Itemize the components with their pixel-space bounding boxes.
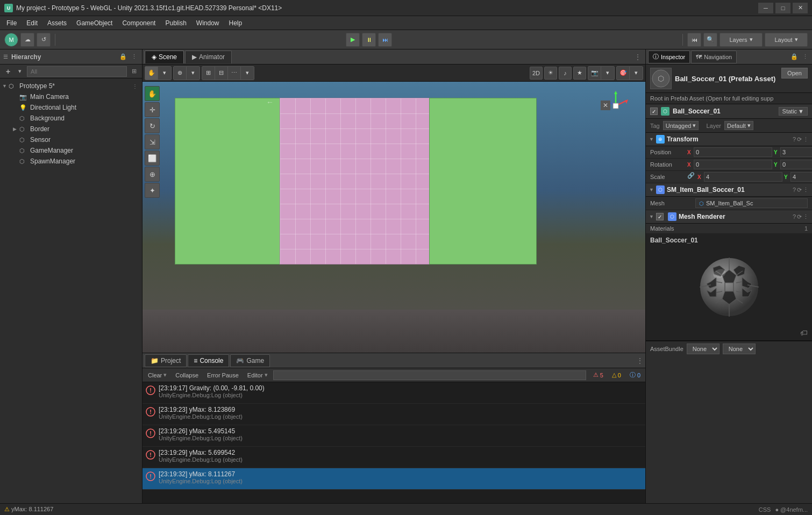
hierarchy-item-prototype5[interactable]: ▼ ⬡ Prototype 5* ⋮ <box>0 81 142 91</box>
renderer-reset-button[interactable]: ⟳ <box>797 213 802 220</box>
minimize-button[interactable]: ─ <box>758 3 773 13</box>
clear-dropdown-icon[interactable]: ▾ <box>163 371 167 378</box>
renderer-help-button[interactable]: ? <box>793 213 796 220</box>
tab-navigation[interactable]: 🗺 Navigation <box>691 51 737 63</box>
viewport-tool-scale[interactable]: ⇲ <box>145 134 160 149</box>
scene-tab-menu[interactable]: ⋮ <box>632 53 643 61</box>
log-entry-1[interactable]: ! [23:19:23] yMax: 8.123869 UnityEngine.… <box>143 404 645 425</box>
position-y-input[interactable] <box>780 147 812 157</box>
tool-move-dropdown[interactable]: ▾ <box>241 67 254 80</box>
inspector-lock-button[interactable]: 🔒 <box>789 52 799 62</box>
menu-assets[interactable]: Assets <box>43 18 71 28</box>
tool-gizmo-dropdown[interactable]: ▾ <box>630 67 643 80</box>
prototype5-menu[interactable]: ⋮ <box>130 83 140 89</box>
tab-project[interactable]: 📁 Project <box>145 354 187 367</box>
hierarchy-item-sensor[interactable]: ▶ ⬡ Sensor <box>0 134 142 145</box>
hierarchy-item-maincamera[interactable]: ▶ 📷 Main Camera <box>0 91 142 102</box>
pause-button[interactable]: ⏸ <box>362 33 376 47</box>
scene-viewport[interactable]: ✋ ✛ ↻ ⇲ ⬜ ⊕ ✦ <box>143 82 645 353</box>
scale-y-input[interactable] <box>790 172 812 182</box>
tab-inspector[interactable]: ⓘ Inspector <box>648 51 690 63</box>
play-button[interactable]: ▶ <box>346 33 360 47</box>
log-entry-2[interactable]: ! [23:19:26] yMax: 5.495145 UnityEngine.… <box>143 425 645 447</box>
hierarchy-item-gamemanager[interactable]: ▶ ⬡ GameManager <box>0 145 142 156</box>
step-button[interactable]: ⏭ <box>378 33 392 47</box>
menu-publish[interactable]: Publish <box>161 18 190 28</box>
console-search-input[interactable] <box>273 370 586 380</box>
bottom-tab-menu[interactable]: ⋮ <box>637 357 643 364</box>
tool-light[interactable]: ☀ <box>544 67 557 80</box>
tool-camera-dropdown[interactable]: ▾ <box>601 67 614 80</box>
tool-move-settings[interactable]: ⋯ <box>228 67 241 80</box>
tool-2d[interactable]: 2D <box>530 67 543 80</box>
cloud-button[interactable]: ☁ <box>20 33 34 47</box>
tag-dropdown[interactable]: Untagged ▾ <box>663 121 699 130</box>
tool-audio[interactable]: ♪ <box>559 67 572 80</box>
viewport-close-button[interactable]: ✕ <box>601 101 610 110</box>
mesh-section-header[interactable]: ▼ ⬡ SM_Item_Ball_Soccer_01 ? ⟳ ⋮ <box>646 183 812 197</box>
mesh-field-value[interactable]: ⬡ SM_Item_Ball_Sc <box>695 198 808 208</box>
renderer-section-header[interactable]: ▼ ✓ ⬡ Mesh Renderer ? ⟳ ⋮ <box>646 210 812 224</box>
tab-animator[interactable]: ▶ Animator <box>185 51 232 63</box>
maximize-button[interactable]: □ <box>775 3 790 13</box>
renderer-menu-button[interactable]: ⋮ <box>803 213 809 220</box>
tool-gizmo[interactable]: 🎯 <box>617 67 630 80</box>
tool-camera[interactable]: 📷 <box>588 67 601 80</box>
viewport-tool-custom[interactable]: ✦ <box>145 183 160 198</box>
tag-icon[interactable]: 🏷 <box>800 328 808 337</box>
tool-pivot-dropdown[interactable]: ▾ <box>187 67 200 80</box>
menu-gameobject[interactable]: GameObject <box>72 18 117 28</box>
menu-component[interactable]: Component <box>118 18 160 28</box>
log-entry-0[interactable]: ! [23:19:17] Gravity: (0.00, -9.81, 0.00… <box>143 382 645 404</box>
hierarchy-search-input[interactable] <box>27 66 127 77</box>
tab-scene[interactable]: ◈ Scene <box>145 51 184 63</box>
hierarchy-item-border[interactable]: ▶ ⬡ Border <box>0 124 142 134</box>
tab-console[interactable]: ≡ Console <box>188 354 229 367</box>
menu-window[interactable]: Window <box>192 18 224 28</box>
hierarchy-item-spawnmanager[interactable]: ▶ ⬡ SpawnManager <box>0 156 142 167</box>
collab-button[interactable]: ↺ <box>37 33 51 47</box>
transform-help-button[interactable]: ? <box>793 136 796 143</box>
menu-file[interactable]: File <box>2 18 21 28</box>
inspector-open-button[interactable]: Open <box>781 68 808 78</box>
console-editor-button[interactable]: Editor ▾ <box>244 370 271 381</box>
transform-section-header[interactable]: ▼ ⊕ Transform ? ⟳ ⋮ <box>646 133 812 146</box>
assetbundle-variant-select[interactable]: None <box>723 344 756 354</box>
viewport-tool-move[interactable]: ✛ <box>145 102 160 117</box>
tool-move[interactable]: ⊞ <box>202 67 215 80</box>
hierarchy-add-dropdown[interactable]: ▾ <box>15 67 25 76</box>
scale-x-input[interactable] <box>704 172 782 182</box>
tool-hand[interactable]: ✋ <box>145 67 158 80</box>
viewport-tool-rotate[interactable]: ↻ <box>145 118 160 133</box>
mesh-reset-button[interactable]: ⟳ <box>797 187 802 194</box>
hierarchy-menu-button[interactable]: ⋮ <box>129 52 139 62</box>
mesh-help-button[interactable]: ? <box>793 187 796 194</box>
tool-fx[interactable]: ★ <box>573 67 586 80</box>
hierarchy-search-expand[interactable]: ⊞ <box>129 67 139 76</box>
tab-game[interactable]: 🎮 Game <box>230 354 270 367</box>
hierarchy-lock-button[interactable]: 🔒 <box>118 52 128 62</box>
tool-pivot[interactable]: ⊕ <box>174 67 187 80</box>
transform-reset-button[interactable]: ⟳ <box>797 136 802 143</box>
tool-hand-dropdown[interactable]: ▾ <box>158 67 171 80</box>
viewport-tool-transform[interactable]: ⊕ <box>145 167 160 182</box>
viewport-tool-hand[interactable]: ✋ <box>145 86 160 101</box>
position-x-input[interactable] <box>694 147 772 157</box>
log-entry-3[interactable]: ! [23:19:29] yMax: 5.699542 UnityEngine.… <box>143 447 645 468</box>
console-clear-button[interactable]: Clear ▾ <box>145 370 170 381</box>
console-errorpause-button[interactable]: Error Pause <box>204 370 242 381</box>
viewport-tool-rect[interactable]: ⬜ <box>145 151 160 166</box>
layers-dropdown[interactable]: Layers ▾ <box>720 33 763 47</box>
mesh-menu-button[interactable]: ⋮ <box>803 187 809 194</box>
account-button[interactable]: M <box>4 33 18 47</box>
editor-dropdown-icon[interactable]: ▾ <box>265 371 268 378</box>
hierarchy-item-dirlight[interactable]: ▶ 💡 Directional Light <box>0 102 142 113</box>
layout-dropdown[interactable]: Layout ▾ <box>765 33 808 47</box>
transform-menu-button[interactable]: ⋮ <box>803 136 809 143</box>
search-button[interactable]: 🔍 <box>703 33 717 47</box>
layer-dropdown[interactable]: Default ▾ <box>724 121 753 130</box>
close-button[interactable]: ✕ <box>793 3 808 13</box>
rotation-y-input[interactable] <box>780 160 812 169</box>
hierarchy-item-background[interactable]: ▶ ⬡ Background <box>0 113 142 124</box>
tool-move2[interactable]: ⊟ <box>215 67 228 80</box>
